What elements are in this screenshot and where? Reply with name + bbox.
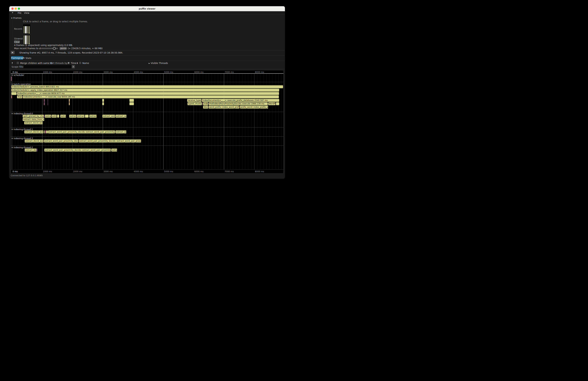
flame-bar[interactable]: Trans	[17, 95, 22, 98]
axis-tick-bottom: 6000 ms	[194, 170, 203, 173]
sort-direction-arrow-icon[interactable]: ⬇	[76, 62, 78, 64]
frame-stripe[interactable]	[25, 35, 26, 44]
max-frames-slider-knob[interactable]	[53, 47, 56, 50]
play-button[interactable]: ▶	[11, 51, 15, 54]
max-frames-label: Max recent frames to store:	[14, 47, 46, 50]
flame-bar[interactable]: PrefixWordPairsProximityDocids::execute …	[209, 102, 268, 105]
frame-stripe[interactable]	[23, 26, 25, 33]
flame-bar[interactable]: IndexDocuments<_, _>::execute_prefix_dat…	[202, 99, 279, 102]
tab-flamegraph[interactable]: Flamegraph	[11, 56, 23, 60]
thread-header-scheduler[interactable]: ▼scheduler	[12, 74, 24, 76]
thread-header-indexing-thread:2[interactable]: ▼indexing-thread:2	[12, 146, 33, 149]
flame-bar[interactable]: extract_docid_word	[25, 139, 44, 143]
thread-header-batch-operation[interactable]: ▼batch-operation	[12, 83, 31, 85]
flame-bar[interactable]	[44, 102, 44, 105]
flame-bar[interactable]: index	[203, 102, 208, 105]
expanded-triangle-icon: ▼	[12, 113, 13, 114]
flame-bar[interactable]	[102, 99, 104, 102]
flame-bar[interactable]	[129, 102, 134, 105]
thread-header-indexing-thread:3[interactable]: ▼indexing-thread:3	[12, 137, 33, 140]
menu-file[interactable]: File	[18, 12, 21, 14]
flame-bar[interactable]: extract	[89, 115, 97, 118]
flame-bar[interactable]: extract_docid_word	[24, 121, 43, 124]
flame-bar[interactable]: typed_chunk::w	[188, 102, 202, 105]
sort-name-radio[interactable]	[79, 62, 81, 64]
flame-bar[interactable]: IndexScheduler>::apply_index_operation 8…	[11, 89, 279, 92]
theme-sun-icon[interactable]: ☀	[12, 11, 14, 14]
flame-bar[interactable]	[11, 77, 12, 81]
flame-bar[interactable]: extract_word	[102, 115, 115, 118]
flamegraph-canvas[interactable]: 0 ms0 ms1000 ms1000 ms2000 ms2000 ms3000…	[11, 70, 284, 173]
flame-bar[interactable]: extrac	[60, 115, 66, 118]
flame-bar[interactable]: split_grenad_by_chun	[23, 115, 44, 118]
tab-stats[interactable]: Stats	[25, 57, 31, 59]
flame-bar[interactable]: extract_wo	[115, 130, 126, 133]
flame-bar[interactable]	[45, 130, 46, 133]
flame-bar[interactable]	[276, 102, 279, 105]
clear-button[interactable]: Clear	[14, 40, 20, 43]
flame-bar[interactable]: IndexDocuments<_, _>::execute 8656.677 m…	[17, 92, 279, 95]
flame-bar[interactable]: extract_word_pair_proximity_docids::extr…	[44, 148, 111, 151]
flame-bar[interactable]	[44, 115, 44, 118]
sort-time-label[interactable]: Time	[71, 62, 76, 64]
flame-bar[interactable]	[44, 130, 45, 133]
thread-header-indexing-thread:0[interactable]: ▼indexing-thread:0	[12, 112, 33, 115]
sort-name-label[interactable]: Name	[82, 62, 89, 64]
clear-filter-button[interactable]: x	[72, 65, 75, 68]
flame-bar[interactable]	[57, 115, 59, 118]
flame-bar[interactable]	[46, 130, 48, 133]
flame-bar[interactable]: extract_wo	[115, 115, 126, 118]
flame-bar[interactable]: extract_doc	[25, 148, 37, 151]
flame-bar[interactable]: prefix_word::index_prefix_wo	[240, 106, 268, 109]
frame-stripe[interactable]	[28, 26, 30, 33]
flame-bar[interactable]	[45, 130, 45, 133]
flame-bar[interactable]	[102, 102, 104, 105]
visible-threads-toggle[interactable]: ▶Visible Threads	[149, 62, 168, 64]
axis-tick-bottom: 1000 ms	[43, 170, 52, 173]
frame-stripe[interactable]	[27, 35, 28, 44]
flame-bar[interactable]	[44, 99, 44, 102]
flame-bar[interactable]	[11, 95, 12, 98]
scope-filter-input[interactable]	[23, 65, 71, 68]
flame-bar[interactable]: Word	[203, 106, 208, 109]
frame-stripe[interactable]	[27, 26, 28, 33]
flame-bar[interactable]: IndexScheduler>::process_batch 8953.821 …	[11, 85, 283, 88]
flame-bar[interactable]	[48, 99, 48, 102]
flame-bar[interactable]: extract_	[69, 115, 77, 118]
flame-bar[interactable]: WordPr	[268, 102, 275, 105]
flame-bar[interactable]: extract_word_pair_proximity_docids::extr…	[79, 139, 141, 143]
help-button[interactable]: ?	[12, 62, 13, 64]
max-frames-value[interactable]: 18000	[60, 47, 67, 50]
flame-bar[interactable]: extract	[45, 115, 51, 118]
flame-bar[interactable]: receive_typed_	[187, 99, 202, 102]
flame-bar[interactable]	[11, 92, 17, 95]
flame-bar[interactable]: extra	[52, 115, 57, 118]
flame-bar[interactable]	[44, 99, 45, 102]
flame-bar[interactable]: extract_docid_word	[24, 130, 43, 133]
flame-bar[interactable]	[48, 102, 48, 105]
flame-bar[interactable]	[202, 102, 203, 105]
sort-time-radio[interactable]	[67, 62, 70, 64]
flame-bar[interactable]	[37, 148, 37, 151]
recent-frames-thumbnail[interactable]	[23, 24, 31, 34]
flame-bar[interactable]	[85, 115, 89, 118]
thread-header-indexing-thread:1[interactable]: ▼indexing-thread:1	[12, 128, 33, 130]
frame-stripe[interactable]	[23, 35, 25, 44]
merge-children-checkbox[interactable]	[17, 62, 19, 64]
flame-bar[interactable]	[129, 99, 134, 102]
flame-bar[interactable]: IndexDocuments<_, _>::execute_raw 8459.1…	[23, 95, 279, 98]
flame-bar[interactable]	[44, 102, 45, 105]
frame-stripe[interactable]	[28, 35, 30, 44]
flame-bar[interactable]	[69, 102, 70, 105]
flame-bar[interactable]: extract::data_from_ob	[23, 118, 44, 121]
flame-bar[interactable]	[69, 99, 70, 102]
flame-bar[interactable]: word_prefix::index_word_prefix	[209, 106, 239, 109]
flame-bar[interactable]: extract_word_pair_proximity_docids	[44, 139, 78, 143]
menu-view[interactable]: View	[24, 12, 29, 14]
slowest-frames-thumbnail[interactable]	[23, 35, 31, 45]
flame-bar[interactable]: extract_	[77, 115, 84, 118]
flame-bar[interactable]: extract_word_pair_proximity_docids::extr…	[48, 130, 115, 133]
flame-bar[interactable]: extrac	[111, 148, 117, 151]
frames-section-toggle[interactable]: ▼Frames	[11, 17, 21, 19]
frame-stripe[interactable]	[25, 26, 26, 33]
